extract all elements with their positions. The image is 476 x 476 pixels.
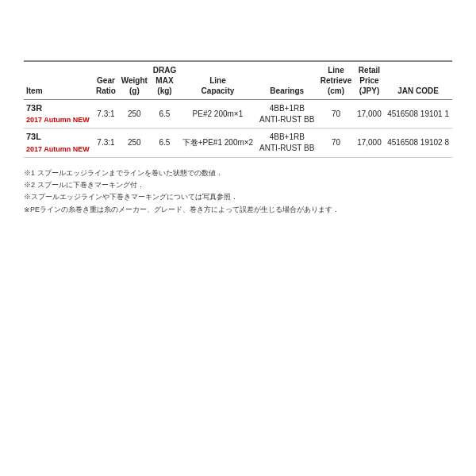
cell-weight: 250 bbox=[118, 129, 150, 157]
cell-line-retrieve: 70 bbox=[317, 129, 355, 157]
cell-gear-ratio: 7.3:1 bbox=[94, 129, 119, 157]
cell-line-capacity: 下巻+PE#1 200m×2 bbox=[179, 129, 257, 157]
col-header-jan-code: JAN CODE bbox=[384, 61, 452, 100]
cell-item: 73R2017 Autumn NEW bbox=[24, 100, 94, 129]
cell-retail-price: 17,000 bbox=[355, 129, 384, 157]
cell-weight: 250 bbox=[118, 100, 150, 129]
note-item: ※1 スプールエッジラインまでラインを巻いた状態での数値． bbox=[24, 167, 452, 179]
col-header-drag-max: DRAGMAX(kg) bbox=[150, 61, 178, 100]
cell-bearings: 4BB+1RBANTI-RUST BB bbox=[256, 100, 317, 129]
col-header-gear-ratio: GearRatio bbox=[94, 61, 119, 100]
note-item: ※スプールエッジラインや下巻きマーキングについては写真参照． bbox=[24, 191, 452, 203]
cell-line-retrieve: 70 bbox=[317, 100, 355, 129]
item-new-label: 2017 Autumn NEW bbox=[26, 145, 90, 153]
note-item: ※2 スプールに下巻きマーキング付． bbox=[24, 179, 452, 191]
col-header-line-capacity: LineCapacity bbox=[179, 61, 257, 100]
cell-bearings: 4BB+1RBANTI-RUST BB bbox=[256, 129, 317, 157]
table-header-row: Item GearRatio Weight(g) DRAGMAX(kg) Lin… bbox=[24, 61, 452, 100]
item-name: 73L bbox=[26, 132, 41, 141]
note-item: ※PEラインの糸巻き重は糸のメーカー、グレード、巻き方によって誤差が生じる場合が… bbox=[24, 204, 452, 216]
col-header-bearings: Bearings bbox=[256, 61, 317, 100]
cell-jan-code: 4516508 19102 8 bbox=[384, 129, 452, 157]
sizes-table: Item GearRatio Weight(g) DRAGMAX(kg) Lin… bbox=[24, 60, 452, 158]
cell-retail-price: 17,000 bbox=[355, 100, 384, 129]
item-new-label: 2017 Autumn NEW bbox=[26, 116, 90, 124]
cell-drag-max: 6.5 bbox=[150, 129, 178, 157]
item-name: 73R bbox=[26, 103, 42, 113]
cell-jan-code: 4516508 19101 1 bbox=[384, 100, 452, 129]
table-row: 73R2017 Autumn NEW7.3:12506.5PE#2 200m×1… bbox=[24, 100, 452, 129]
cell-item: 73L2017 Autumn NEW bbox=[24, 129, 94, 157]
col-header-item: Item bbox=[24, 61, 94, 100]
page-container: Item GearRatio Weight(g) DRAGMAX(kg) Lin… bbox=[0, 0, 476, 476]
cell-line-capacity: PE#2 200m×1 bbox=[179, 100, 257, 129]
table-row: 73L2017 Autumn NEW7.3:12506.5下巻+PE#1 200… bbox=[24, 129, 452, 157]
col-header-weight: Weight(g) bbox=[118, 61, 150, 100]
notes-section: ※1 スプールエッジラインまでラインを巻いた状態での数値．※2 スプールに下巻き… bbox=[24, 167, 452, 216]
cell-drag-max: 6.5 bbox=[150, 100, 178, 129]
cell-gear-ratio: 7.3:1 bbox=[94, 100, 119, 129]
col-header-line-retrieve: LineRetrieve(cm) bbox=[317, 61, 355, 100]
col-header-retail-price: RetailPrice(JPY) bbox=[355, 61, 384, 100]
